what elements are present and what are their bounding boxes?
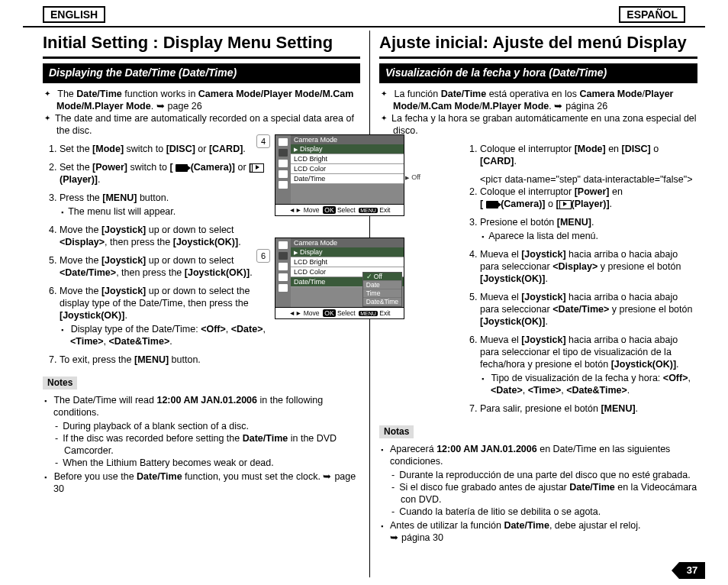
t: , (226, 324, 231, 335)
t: The Date/Time will read (53, 395, 156, 406)
step: Move the [Joystick] up or down to select… (60, 254, 281, 279)
step: Mueva el [Joystick] hacia arriba o hacia… (480, 334, 697, 396)
column-spanish: Ajuste inicial: Ajuste del menú Display … (370, 31, 697, 577)
t: <Date&Time> (109, 336, 170, 347)
t: <Date&Time> (566, 385, 627, 396)
t: . (676, 359, 678, 370)
lcd-row: Date/Time (291, 174, 404, 184)
t: . (151, 101, 156, 112)
lcd-mode: Camera Mode (291, 238, 404, 247)
t: <Date> (231, 324, 263, 335)
lang-english: ENGLISH (43, 6, 105, 23)
step-badge-4: 4 (256, 134, 270, 148)
t: up or down to select (146, 225, 234, 235)
lcd-row: Display (291, 247, 404, 257)
t: , (523, 385, 528, 396)
t: . (169, 336, 172, 347)
camera-icon (176, 164, 188, 172)
t: . (250, 267, 252, 278)
lcd-mode: Camera Mode (291, 135, 404, 144)
t: [DISC] (622, 144, 651, 154)
t: en (610, 186, 623, 197)
t: [Joystick] (521, 335, 565, 345)
notes-label-en: Notes (43, 377, 77, 389)
t: [Joystick(OK)] (611, 359, 676, 370)
t: The (57, 89, 76, 99)
t: , (688, 373, 690, 383)
t: Exit (379, 206, 390, 214)
t: function, you must set the clock. (182, 471, 324, 482)
t: [Joystick(OK)] (185, 267, 250, 278)
t: <Date/Time> (60, 267, 116, 278)
t: Press the (60, 192, 102, 203)
t: , (104, 336, 109, 347)
t: Mueva el (480, 292, 521, 302)
t: en (606, 144, 622, 154)
t: y presione el botón (598, 261, 681, 272)
t: o (651, 144, 659, 154)
note-sub: When the Lithium Battery becomes weak or… (64, 457, 360, 469)
bullet: The date and time are automatically reco… (56, 112, 360, 137)
t: <Time> (70, 336, 104, 347)
t: Para salir, presione el botón (480, 403, 601, 414)
t: Presione el botón (480, 217, 557, 228)
t: Date/Time (243, 433, 288, 444)
note-sub: If the disc was recorded before setting … (64, 432, 360, 457)
title-en: Initial Setting : Display Menu Setting (43, 32, 360, 59)
t: página 30 (401, 532, 443, 543)
lcd-submenu: Off Date Time Date&Time (362, 272, 402, 307)
t: [Power] (92, 162, 127, 173)
t: Before you use the (54, 471, 137, 482)
t: . (591, 217, 594, 228)
t: 12:00 AM JAN.01.2006 (436, 444, 537, 454)
t: [MENU] (557, 217, 591, 228)
t: [Joystick(OK)] (60, 310, 124, 321)
title-es: Ajuste inicial: Ajuste del menú Display (379, 32, 697, 59)
t: Date/Time (76, 89, 122, 99)
section-bar-en: Displaying the Date/Time (Date/Time) (43, 63, 360, 83)
t: Set the (60, 144, 92, 154)
t: switch to (127, 162, 170, 173)
t: Select (337, 309, 356, 317)
lcd-row: LCD Color (291, 164, 404, 174)
lcd-side-icons (275, 135, 291, 204)
camera-icon (486, 201, 498, 208)
lang-spanish: ESPAÑOL (619, 6, 685, 23)
t: <Display> (60, 237, 105, 247)
t: Move the (60, 286, 101, 296)
t: [MENU] (102, 192, 137, 203)
t: , (263, 324, 265, 335)
menu-icon: MENU (359, 311, 378, 316)
bullet: La fecha y la hora se graban automáticam… (393, 112, 697, 137)
intro-bullets-en: The Date/Time function works in Camera M… (43, 88, 360, 137)
t: [MENU] (134, 354, 169, 365)
t: [DISC] (166, 144, 195, 154)
t: . (124, 310, 127, 321)
t: [CARD] (480, 156, 514, 166)
step: To exit, press the [MENU] button. (60, 354, 281, 366)
t: [Mode] (575, 144, 606, 154)
t: [ (480, 199, 483, 209)
note-sub: Si el disco fue grabado antes de ajustar… (401, 481, 697, 506)
section-bar-es: Visualización de la fecha y hora (Date/T… (379, 63, 697, 83)
t: o (545, 199, 556, 209)
steps-es: Coloque el interruptor [Mode] en [DISC] … (463, 143, 697, 415)
t: página 26 (565, 101, 607, 112)
t: (Player)] (572, 199, 610, 209)
t: Si el disco fue grabado antes de ajustar (399, 482, 569, 493)
play-icon (252, 163, 264, 173)
t: [Joystick] (521, 249, 565, 260)
t: Move the (60, 255, 101, 266)
substep: Aparece la lista del menú. (491, 230, 697, 242)
manual-page: ENGLISH ESPAÑOL Initial Setting : Displa… (0, 0, 728, 585)
t: [Power] (575, 186, 610, 197)
top-rule (23, 26, 705, 27)
t: (Player)] (60, 174, 98, 185)
t: [MENU] (601, 403, 635, 414)
t: . (243, 144, 245, 154)
lcd-row: LCD Bright (291, 257, 404, 267)
t: . (627, 385, 630, 396)
notes-label-es: Notas (379, 425, 414, 438)
ok-icon: OK (323, 309, 335, 317)
t: To exit, press the (60, 354, 134, 365)
